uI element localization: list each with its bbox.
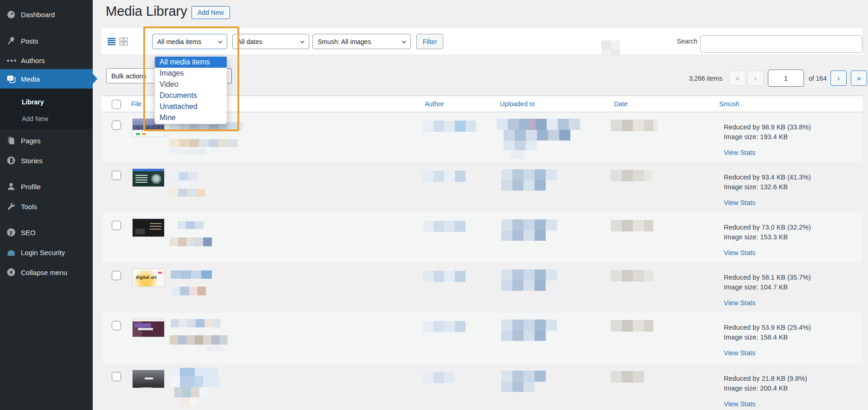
smush-image-size: Image size: 200.4 KB xyxy=(724,384,788,392)
row-checkbox[interactable] xyxy=(112,321,121,330)
sidebar-item-login-security[interactable]: Login Security xyxy=(0,244,93,261)
pagination-total-pages: of 164 xyxy=(809,75,827,82)
column-header-author[interactable]: Author xyxy=(425,100,444,108)
redacted-blur xyxy=(423,221,466,232)
column-header-file[interactable]: File xyxy=(131,100,142,108)
sidebar-item-profile[interactable]: Profile xyxy=(0,178,93,195)
redacted-blur xyxy=(611,320,653,332)
media-thumbnail[interactable] xyxy=(132,168,165,187)
smush-image-size: Image size: 158.4 KB xyxy=(724,333,788,341)
sidebar-item-pages[interactable]: Pages xyxy=(0,132,93,149)
pagination-prev-button[interactable]: ‹ xyxy=(747,70,764,86)
sidebar-item-stories[interactable]: Stories xyxy=(0,152,93,169)
view-stats-link[interactable]: View Stats xyxy=(724,149,755,156)
column-header-date[interactable]: Date xyxy=(614,100,628,108)
filter-button[interactable]: Filter xyxy=(416,34,443,49)
sidebar-item-label: Authors xyxy=(21,57,45,64)
view-stats-link[interactable]: View Stats xyxy=(724,249,755,256)
view-stats-link[interactable]: View Stats xyxy=(724,400,755,408)
pagination-page-input[interactable] xyxy=(768,70,804,87)
redacted-blur xyxy=(181,397,198,406)
media-thumbnail[interactable]: digital art xyxy=(132,269,165,287)
stories-icon xyxy=(6,156,16,165)
redacted-blur xyxy=(504,141,537,150)
list-view-icon[interactable] xyxy=(107,37,116,46)
redacted-blur xyxy=(611,170,652,181)
search-input[interactable] xyxy=(700,35,862,53)
smush-image-size: Image size: 104.7 KB xyxy=(724,283,788,291)
pagination-next-button[interactable]: › xyxy=(830,70,847,86)
sidebar-item-label: Posts xyxy=(21,37,38,45)
smush-reduced: Reduced by 73.0 KB (32.2%) xyxy=(724,224,811,231)
redacted-blur xyxy=(611,120,658,131)
dates-select[interactable]: All dates xyxy=(232,34,309,49)
sidebar-item-authors[interactable]: ●●●Authors xyxy=(0,52,93,69)
redacted-blur xyxy=(423,321,466,332)
redacted-blur xyxy=(170,189,205,197)
redacted-blur xyxy=(423,271,466,282)
table-row: Reduced by 53.9 KB (25.4%)Image size: 15… xyxy=(102,313,862,364)
redacted-blur xyxy=(170,237,212,246)
smush-filter-select-value: Smush: All images xyxy=(318,38,371,45)
pagination-last-button[interactable]: » xyxy=(851,70,867,86)
submenu-item-library[interactable]: Library xyxy=(22,98,44,106)
redacted-blur xyxy=(423,372,455,383)
sidebar-item-posts[interactable]: Posts xyxy=(0,32,93,49)
row-checkbox[interactable] xyxy=(112,372,121,381)
sidebar-item-label: Stories xyxy=(21,157,43,165)
redacted-blur xyxy=(501,269,557,281)
add-new-button[interactable]: Add New xyxy=(191,6,230,19)
media-thumbnail[interactable] xyxy=(132,218,165,237)
redacted-blur xyxy=(501,231,546,241)
sidebar-item-seo[interactable]: ySEO xyxy=(0,224,93,241)
view-stats-link[interactable]: View Stats xyxy=(724,299,755,307)
row-checkbox[interactable] xyxy=(112,171,121,180)
table-row: digital artReduced by 58.1 KB (35.7%)Ima… xyxy=(102,263,862,313)
table-row: Reduced by 93.4 KB (41.3%)Image size: 13… xyxy=(102,162,862,212)
smush-reduced: Reduced by 98.9 KB (33.8%) xyxy=(724,123,811,131)
redacted-blur xyxy=(172,368,218,376)
redacted-blur xyxy=(501,169,557,180)
redacted-blur xyxy=(180,181,189,188)
redacted-blur xyxy=(601,40,620,57)
page-title: Media Library xyxy=(106,4,187,19)
view-stats-link[interactable]: View Stats xyxy=(724,199,755,206)
media-type-select[interactable]: All media items xyxy=(152,34,227,49)
sidebar-item-label: Profile xyxy=(21,183,41,191)
chevron-down-icon xyxy=(218,39,222,43)
chevron-down-icon xyxy=(402,39,406,43)
grid-view-icon[interactable] xyxy=(119,37,128,46)
sidebar-item-tools[interactable]: Tools xyxy=(0,198,93,215)
sidebar-item-collapse-menu[interactable]: Collapse menu xyxy=(0,264,93,281)
sidebar-item-label: Pages xyxy=(21,137,41,145)
view-stats-link[interactable]: View Stats xyxy=(724,349,755,357)
dropdown-option-video[interactable]: Video xyxy=(155,79,227,90)
smush-filter-select[interactable]: Smush: All images xyxy=(313,34,411,49)
row-checkbox[interactable] xyxy=(112,121,121,130)
redacted-blur xyxy=(611,220,653,231)
dropdown-option-unattached[interactable]: Unattached xyxy=(155,101,227,112)
sidebar-item-label: Login Security xyxy=(21,249,65,256)
dropdown-option-all-media-items[interactable]: All media items xyxy=(155,57,227,68)
pagination-first-button[interactable]: « xyxy=(729,70,746,86)
redacted-blur xyxy=(501,180,546,191)
redacted-blur xyxy=(170,148,220,154)
row-checkbox[interactable] xyxy=(112,221,121,230)
redacted-blur xyxy=(170,335,228,345)
media-submenu: LibraryAdd New xyxy=(0,89,93,129)
collapse-icon xyxy=(6,268,16,277)
select-all-checkbox[interactable] xyxy=(112,100,121,109)
submenu-item-add-new[interactable]: Add New xyxy=(22,115,48,122)
sidebar-item-dashboard[interactable]: Dashboard xyxy=(0,6,93,23)
dropdown-option-images[interactable]: Images xyxy=(155,68,227,79)
dropdown-option-mine[interactable]: Mine xyxy=(155,112,227,123)
media-thumbnail[interactable] xyxy=(132,319,165,337)
dropdown-option-documents[interactable]: Documents xyxy=(155,90,227,101)
sidebar-item-media[interactable]: ♪Media xyxy=(0,69,93,89)
admin-sidebar: DashboardPosts●●●Authors♪MediaPagesStori… xyxy=(0,0,93,410)
row-checkbox[interactable] xyxy=(112,271,121,280)
smush-reduced: Reduced by 21.8 KB (9.8%) xyxy=(724,375,807,382)
media-thumbnail[interactable] xyxy=(132,370,165,388)
column-header-uploaded-to[interactable]: Uploaded to xyxy=(500,100,535,108)
dates-select-value: All dates xyxy=(237,38,262,45)
